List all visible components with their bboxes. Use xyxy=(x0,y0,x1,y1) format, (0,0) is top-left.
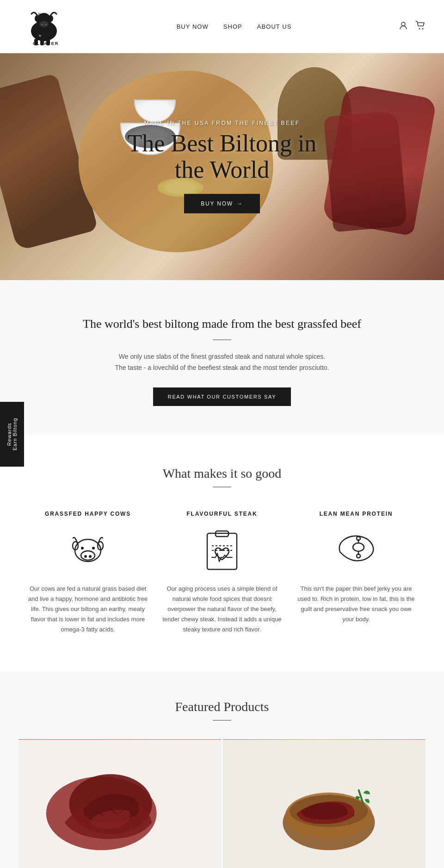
svg-point-22 xyxy=(81,547,84,550)
hero-content: MADE IN THE USA FROM THE FINEST BEEF The… xyxy=(111,120,333,213)
svg-point-14 xyxy=(419,28,420,29)
sidebar-reward-container: Earn Biltong Rewards xyxy=(0,402,24,467)
svg-point-4 xyxy=(39,21,49,27)
featured-products-section: Featured Products xyxy=(0,672,444,868)
hero-section: MADE IN THE USA FROM THE FINEST BEEF The… xyxy=(0,53,444,280)
intro-body-line2: The taste - a lovechild of the beefiest … xyxy=(115,364,329,371)
svg-text:&: & xyxy=(39,34,42,37)
features-divider xyxy=(213,487,231,487)
cart-icon[interactable] xyxy=(415,21,426,32)
features-heading: What makes it so good xyxy=(28,466,416,481)
user-icon[interactable] xyxy=(399,21,408,32)
nav-about-us[interactable]: ABOUT US xyxy=(257,23,292,30)
intro-body-line1: We only use slabs of the finest grassfed… xyxy=(119,353,325,360)
nav-icons xyxy=(399,21,426,32)
svg-point-3 xyxy=(49,15,53,22)
logo[interactable]: Bull & CLEAVER xyxy=(18,6,69,47)
svg-point-15 xyxy=(422,28,423,29)
intro-section: The world's best biltong made from the b… xyxy=(0,280,444,434)
feature-protein-desc: This isn't the paper thin beef jerky you… xyxy=(296,584,416,624)
intro-divider xyxy=(213,339,231,340)
read-customers-button[interactable]: READ WHAT OUR CUSTOMERS SAY xyxy=(153,387,291,406)
svg-point-31 xyxy=(357,537,360,540)
features-grid: GRASSFED HAPPY COWS xyxy=(28,511,416,635)
navigation: Bull & CLEAVER BUY NOW SHOP ABOUT US xyxy=(0,0,444,53)
svg-point-21 xyxy=(89,555,92,558)
clipboard-heart-icon xyxy=(199,526,245,573)
svg-point-19 xyxy=(81,551,95,560)
features-section: What makes it so good GRASSFED HAPPY COW… xyxy=(0,434,444,672)
feature-steak-title: FLAVOURFUL STEAK xyxy=(162,511,282,517)
svg-point-20 xyxy=(84,555,87,558)
hero-dried-meat-right xyxy=(324,90,426,252)
svg-rect-24 xyxy=(207,533,237,569)
feature-protein-title: LEAN MEAN PROTEIN xyxy=(296,511,416,517)
nav-links: BUY NOW SHOP ABOUT US xyxy=(177,23,292,30)
products-grid: Traditional Biltong — $7.95+ xyxy=(18,739,426,868)
svg-point-5 xyxy=(41,24,43,25)
feature-grassfed-title: GRASSFED HAPPY COWS xyxy=(28,511,148,517)
feature-steak: FLAVOURFUL STEAK Our aging process uses … xyxy=(162,511,282,635)
hero-cta-label: BUY NOW xyxy=(201,200,233,207)
products-heading: Featured Products xyxy=(18,699,426,714)
svg-point-6 xyxy=(45,24,47,25)
intro-body: We only use slabs of the finest grassfed… xyxy=(56,351,388,374)
feature-grassfed-desc: Our cows are fed a natural grass based d… xyxy=(28,584,148,635)
earn-rewards-label: Earn Biltong Rewards xyxy=(6,406,18,462)
svg-text:Bull: Bull xyxy=(38,12,45,17)
feature-grassfed: GRASSFED HAPPY COWS xyxy=(28,511,148,635)
products-divider xyxy=(213,720,231,721)
earn-rewards-button[interactable]: Earn Biltong Rewards xyxy=(0,402,24,467)
logo-icon: Bull & CLEAVER xyxy=(18,6,69,47)
nav-buy-now[interactable]: BUY NOW xyxy=(177,23,209,30)
hero-cta-arrow: → xyxy=(237,200,243,207)
steak-icon xyxy=(333,526,379,573)
product-image-traditional xyxy=(18,739,221,868)
intro-heading: The world's best biltong made from the b… xyxy=(56,317,388,331)
svg-point-13 xyxy=(401,22,405,26)
svg-point-32 xyxy=(357,554,360,558)
product-card-traditional[interactable]: Traditional Biltong — $7.95+ xyxy=(18,739,221,868)
hero-title: The Best Biltong in the World xyxy=(111,130,333,183)
svg-point-28 xyxy=(353,543,364,551)
cow-icon xyxy=(65,526,111,573)
svg-point-23 xyxy=(92,547,95,550)
product-image-grassfed xyxy=(223,739,426,868)
feature-steak-desc: Our aging process uses a simple blend of… xyxy=(162,584,282,635)
feature-protein: LEAN MEAN PROTEIN This isn't the paper t… xyxy=(296,511,416,635)
nav-shop[interactable]: SHOP xyxy=(223,23,242,30)
hero-cta-button[interactable]: BUY NOW → xyxy=(184,194,260,213)
product-card-grassfed[interactable]: Grassfed Biltong — $7.95+ xyxy=(223,739,426,868)
svg-text:CLEAVER: CLEAVER xyxy=(33,41,59,46)
hero-subtitle: MADE IN THE USA FROM THE FINEST BEEF xyxy=(111,120,333,126)
